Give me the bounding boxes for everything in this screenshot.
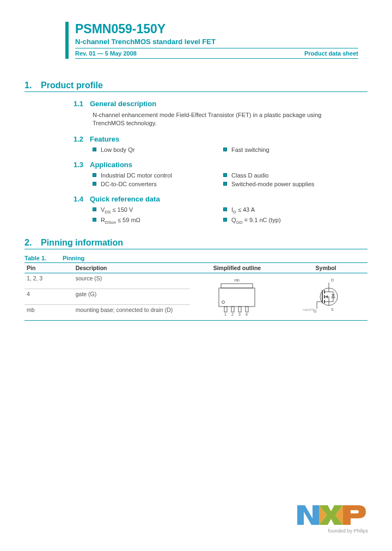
th-desc: Description xyxy=(74,263,190,273)
feature-item: Fast switching xyxy=(231,146,270,153)
product-subtitle: N-channel TrenchMOS standard level FET xyxy=(75,38,367,46)
cell-desc: mounting base; connected to drain (D) xyxy=(74,305,190,321)
svg-text:2: 2 xyxy=(231,313,234,316)
subsection-1-2-heading: 1.2Features xyxy=(74,135,367,143)
cell-pin: 4 xyxy=(24,289,74,305)
section-2-title: Pinning information xyxy=(41,238,123,247)
app-item: Switched-mode power supplies xyxy=(231,181,314,187)
table-1-caption: Table 1.Pinning xyxy=(24,255,367,261)
logo-tagline: founded by Philips xyxy=(297,528,368,534)
cell-desc: gate (G) xyxy=(74,289,190,305)
features-row: Low body Qr Fast switching xyxy=(93,146,367,153)
th-outline: Simplified outline xyxy=(190,263,284,273)
section-2-num: 2. xyxy=(24,238,41,248)
bullet-icon xyxy=(223,218,227,222)
svg-rect-5 xyxy=(238,307,241,312)
section-1-num: 1. xyxy=(24,81,41,90)
general-description-body: N-channel enhancement mode Field-Effect … xyxy=(93,111,351,127)
bullet-icon xyxy=(223,148,227,151)
document-header: PSMN059-150Y N-channel TrenchMOS standar… xyxy=(65,22,367,59)
svg-text:1: 1 xyxy=(224,313,226,316)
app-item: Class D audio xyxy=(231,172,268,179)
qr-item: ID ≤ 43 A xyxy=(231,206,255,215)
section-1-title: Product profile xyxy=(41,81,103,90)
table-header-row: Pin Description Simplified outline Symbo… xyxy=(24,263,367,273)
bullet-icon xyxy=(93,173,96,177)
mosfet-symbol-icon: D xyxy=(302,277,351,316)
svg-text:4: 4 xyxy=(246,313,248,316)
subsection-1-3-heading: 1.3Applications xyxy=(74,161,367,169)
svg-text:S: S xyxy=(331,308,334,311)
svg-point-2 xyxy=(222,301,225,304)
svg-rect-0 xyxy=(221,284,253,288)
bullet-icon xyxy=(223,173,227,177)
nxp-logo-icon xyxy=(297,503,368,527)
th-pin: Pin xyxy=(24,263,74,273)
applications-row: DC-to-DC converters Switched-mode power … xyxy=(93,181,367,187)
bullet-icon xyxy=(223,207,227,211)
bullet-icon xyxy=(93,218,96,222)
qr-item: QGD = 9.1 nC (typ) xyxy=(231,217,281,225)
cell-desc: source (S) xyxy=(74,273,190,289)
subsection-1-1-heading: 1.1General description xyxy=(74,100,367,108)
app-item: DC-to-DC converters xyxy=(101,181,157,187)
bullet-icon xyxy=(93,207,96,211)
qr-item: RDSon ≤ 59 mΩ xyxy=(101,217,140,225)
cell-pin: mb xyxy=(24,305,74,321)
section-1-heading: 1.Product profile xyxy=(24,81,367,92)
feature-item: Low body Qr xyxy=(101,146,134,153)
table-row: 1, 2, 3 source (S) mb 1 2 3 xyxy=(24,273,367,289)
subsection-1-4-heading: 1.4Quick reference data xyxy=(74,195,367,203)
revision-row: Rev. 01 — 5 May 2008 Product data sheet xyxy=(75,48,358,59)
section-2-heading: 2.Pinning information xyxy=(24,238,367,249)
pinning-table: Pin Description Simplified outline Symbo… xyxy=(24,262,367,321)
svg-text:3: 3 xyxy=(238,313,241,316)
svg-rect-6 xyxy=(246,307,248,312)
revision-text: Rev. 01 — 5 May 2008 xyxy=(75,50,137,57)
bullet-icon xyxy=(93,182,96,186)
svg-text:mbb076: mbb076 xyxy=(303,308,315,311)
doc-type-text: Product data sheet xyxy=(304,50,358,57)
package-outline-icon: mb 1 2 3 4 xyxy=(213,277,260,316)
svg-rect-3 xyxy=(224,307,227,312)
app-item: Industrial DC motor control xyxy=(101,172,172,179)
applications-row: Industrial DC motor control Class D audi… xyxy=(93,172,367,179)
product-title: PSMN059-150Y xyxy=(75,22,367,36)
th-symbol: Symbol xyxy=(284,263,367,273)
outline-mb-label: mb xyxy=(235,278,240,282)
company-logo: founded by Philips xyxy=(297,503,368,534)
quickref-row: VDS ≤ 150 V ID ≤ 43 A xyxy=(93,206,367,215)
bullet-icon xyxy=(223,182,227,186)
quickref-row: RDSon ≤ 59 mΩ QGD = 9.1 nC (typ) xyxy=(93,217,367,225)
svg-marker-21 xyxy=(326,295,328,298)
qr-item: VDS ≤ 150 V xyxy=(101,206,133,215)
svg-rect-1 xyxy=(219,288,255,307)
cell-pin: 1, 2, 3 xyxy=(24,273,74,289)
svg-rect-4 xyxy=(231,307,234,312)
svg-text:D: D xyxy=(331,278,334,282)
bullet-icon xyxy=(93,148,96,151)
